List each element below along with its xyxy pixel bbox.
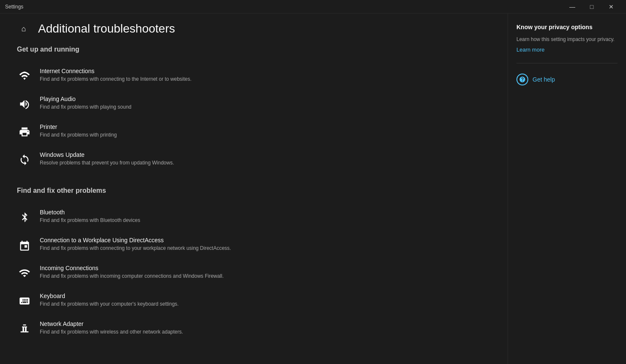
item-name: Bluetooth: [40, 209, 491, 216]
network-adapter-icon: [17, 321, 32, 337]
list-item[interactable]: Printer Find and fix problems with print…: [17, 118, 491, 145]
get-help-icon: [516, 74, 528, 85]
item-name: Keyboard: [40, 293, 491, 299]
bluetooth-icon: [17, 210, 32, 225]
workplace-icon: [17, 238, 32, 253]
item-desc: Resolve problems that prevent you from u…: [40, 159, 491, 167]
get-help-label: Get help: [533, 76, 555, 83]
list-item[interactable]: Bluetooth Find and fix problems with Blu…: [17, 203, 491, 231]
privacy-options-section: Know your privacy options Learn how this…: [516, 24, 618, 53]
audio-icon: [17, 96, 32, 112]
section-find-fix-other: Find and fix other problems Bluetooth Fi…: [17, 187, 491, 342]
keyboard-icon: [17, 293, 32, 309]
sidebar-divider: [516, 63, 618, 63]
item-text: Windows Update Resolve problems that pre…: [40, 151, 491, 167]
close-button[interactable]: ✕: [601, 0, 621, 14]
item-text: Bluetooth Find and fix problems with Blu…: [40, 209, 491, 224]
item-text: Keyboard Find and fix problems with your…: [40, 293, 491, 308]
item-name: Internet Connections: [40, 68, 491, 74]
item-name: Network Adapter: [40, 320, 491, 327]
page-title: Additional troubleshooters: [38, 22, 175, 36]
minimize-button[interactable]: —: [563, 0, 582, 14]
section-title-find-fix-other: Find and fix other problems: [17, 187, 491, 194]
list-item[interactable]: Playing Audio Find and fix problems with…: [17, 90, 491, 118]
privacy-options-desc: Learn how this setting impacts your priv…: [516, 36, 618, 43]
item-desc: Find and fix problems with Bluetooth dev…: [40, 217, 491, 224]
item-text: Playing Audio Find and fix problems with…: [40, 96, 491, 111]
item-text: Network Adapter Find and fix problems wi…: [40, 320, 491, 336]
sidebar: Know your privacy options Learn how this…: [508, 14, 626, 364]
list-item[interactable]: Incoming Connections Find and fix proble…: [17, 259, 491, 287]
privacy-options-title: Know your privacy options: [516, 24, 618, 30]
item-name: Windows Update: [40, 151, 491, 158]
item-desc: Find and fix problems with wireless and …: [40, 328, 491, 336]
get-help-button[interactable]: Get help: [516, 74, 618, 85]
list-item[interactable]: Windows Update Resolve problems that pre…: [17, 145, 491, 173]
incoming-connections-icon: [17, 265, 32, 281]
section-title-get-up-running: Get up and running: [17, 46, 491, 53]
list-item[interactable]: Keyboard Find and fix problems with your…: [17, 287, 491, 315]
content-area: ⌂ Additional troubleshooters Get up and …: [0, 14, 626, 364]
item-text: Connection to a Workplace Using DirectAc…: [40, 237, 491, 252]
item-desc: Find and fix problems with printing: [40, 131, 491, 139]
back-button[interactable]: ⌂: [17, 22, 30, 36]
item-text: Printer Find and fix problems with print…: [40, 123, 491, 139]
printer-icon: [17, 124, 32, 140]
window: Settings — □ ✕ ⌂ Additional troubleshoot…: [0, 0, 626, 364]
item-name: Connection to a Workplace Using DirectAc…: [40, 237, 491, 244]
titlebar: Settings — □ ✕: [0, 0, 626, 14]
maximize-button[interactable]: □: [582, 0, 601, 14]
update-icon: [17, 152, 32, 167]
item-desc: Find and fix problems with your computer…: [40, 301, 491, 308]
item-desc: Find and fix problems with incoming comp…: [40, 273, 491, 280]
item-desc: Find and fix problems with playing sound: [40, 104, 491, 111]
wifi-icon: [17, 68, 32, 84]
titlebar-title: Settings: [5, 4, 563, 10]
section-get-up-running: Get up and running Internet Connections …: [17, 46, 491, 173]
item-desc: Find and fix problems with connecting to…: [40, 76, 491, 83]
list-item[interactable]: Internet Connections Find and fix proble…: [17, 62, 491, 90]
item-desc: Find and fix problems with connecting to…: [40, 245, 491, 252]
item-name: Printer: [40, 123, 491, 130]
list-item[interactable]: Connection to a Workplace Using DirectAc…: [17, 231, 491, 259]
titlebar-controls: — □ ✕: [563, 0, 621, 14]
list-item[interactable]: Network Adapter Find and fix problems wi…: [17, 315, 491, 342]
item-text: Incoming Connections Find and fix proble…: [40, 265, 491, 280]
learn-more-link[interactable]: Learn more: [516, 47, 618, 53]
page-header: ⌂ Additional troubleshooters: [17, 22, 491, 36]
item-name: Incoming Connections: [40, 265, 491, 271]
main-content: ⌂ Additional troubleshooters Get up and …: [0, 14, 508, 364]
item-text: Internet Connections Find and fix proble…: [40, 68, 491, 83]
item-name: Playing Audio: [40, 96, 491, 102]
home-icon: ⌂: [22, 25, 26, 33]
